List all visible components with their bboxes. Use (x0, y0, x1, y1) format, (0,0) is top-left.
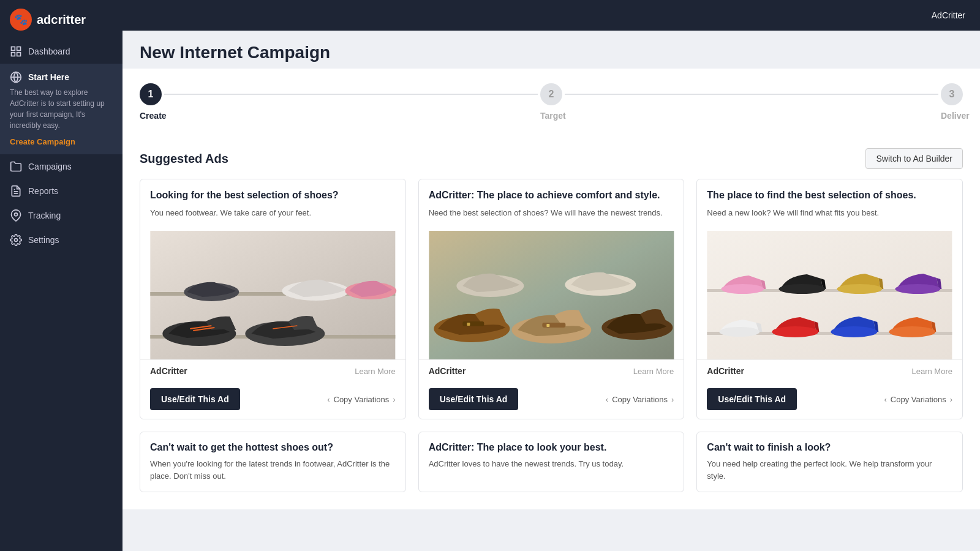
svg-point-36 (831, 326, 878, 337)
topbar-username: AdCritter (932, 10, 965, 20)
step-3-circle: 3 (941, 83, 963, 105)
ad-card-2-brand: AdCritter (429, 366, 466, 376)
ad-card-3-learn-more[interactable]: Learn More (912, 367, 952, 376)
ad-card-2-use-edit-button[interactable]: Use/Edit This Ad (429, 388, 519, 410)
svg-rect-1 (17, 47, 21, 51)
sidebar-item-dashboard[interactable]: Dashboard (0, 39, 123, 64)
create-campaign-link[interactable]: Create Campaign (10, 137, 75, 146)
ads-header: Suggested Ads Switch to Ad Builder (140, 138, 963, 179)
ad-card-1-use-edit-button[interactable]: Use/Edit This Ad (150, 388, 240, 410)
topbar: AdCritter (123, 0, 980, 31)
ad-card-1: Looking for the best selection of shoes?… (140, 179, 406, 419)
ads-grid: Looking for the best selection of shoes?… (140, 179, 963, 419)
svg-rect-31 (707, 231, 952, 359)
sidebar-label-tracking: Tracking (28, 211, 61, 220)
sidebar: 🐾 adcritter Dashboard Start Here The bes… (0, 0, 123, 551)
svg-point-41 (895, 284, 941, 294)
ad-card-3: The place to find the best selection of … (696, 179, 963, 419)
suggested-ads-title: Suggested Ads (140, 152, 228, 166)
partial-ads-grid: Can't wait to get the hottest shoes out?… (140, 432, 963, 492)
partial-ad-1-title: Can't wait to get the hottest shoes out? (150, 442, 396, 453)
ad-card-2-body: AdCritter: The place to achieve comfort … (419, 179, 684, 231)
partial-ad-1-body: Can't wait to get the hottest shoes out?… (140, 432, 405, 492)
ad-card-3-desc: Need a new look? We will find what fits … (707, 207, 952, 219)
partial-ad-2-title: AdCritter: The place to look your best. (429, 442, 674, 453)
ad-card-1-body: Looking for the best selection of shoes?… (140, 179, 405, 231)
map-pin-icon (10, 209, 22, 222)
globe-icon (10, 71, 22, 83)
logo: 🐾 adcritter (0, 0, 123, 39)
partial-ad-2-body: AdCritter: The place to look your best. … (419, 432, 684, 480)
sidebar-label-dashboard: Dashboard (28, 47, 70, 56)
svg-point-38 (722, 284, 764, 294)
ad-card-2-learn-more[interactable]: Learn More (633, 367, 674, 376)
ad-card-2: AdCritter: The place to achieve comfort … (418, 179, 685, 419)
switch-to-ad-builder-button[interactable]: Switch to Ad Builder (865, 148, 963, 169)
folder-icon (10, 160, 22, 173)
chevron-left-icon-2: ‹ (606, 395, 608, 404)
ad-card-3-title: The place to find the best selection of … (707, 189, 952, 202)
chevron-left-icon-1: ‹ (327, 395, 330, 404)
ad-card-2-footer: AdCritter Learn More (419, 359, 684, 382)
logo-icon: 🐾 (10, 9, 32, 31)
svg-rect-27 (546, 324, 549, 327)
sidebar-item-campaigns[interactable]: Campaigns (0, 154, 123, 179)
ad-card-2-actions: Use/Edit This Ad ‹ Copy Variations › (419, 382, 684, 419)
ad-card-3-copy-variations[interactable]: ‹ Copy Variations › (884, 395, 952, 404)
step-3-label: Deliver (941, 111, 970, 121)
svg-rect-3 (17, 53, 21, 56)
grid-icon (10, 45, 22, 58)
steps-labels-row: Create Target Deliver (140, 110, 963, 121)
ad-card-1-learn-more[interactable]: Learn More (355, 367, 395, 376)
svg-point-37 (889, 326, 936, 337)
partial-ad-card-1: Can't wait to get the hottest shoes out?… (140, 432, 406, 492)
chevron-right-icon-1: › (393, 395, 395, 404)
ad-card-2-desc: Need the best selection of shoes? We wil… (429, 207, 674, 219)
page-title: New Internet Campaign (140, 43, 963, 62)
ad-card-3-footer: AdCritter Learn More (697, 359, 962, 382)
step-2-circle: 2 (540, 83, 562, 105)
sidebar-item-start-here[interactable]: Start Here The best way to explore AdCri… (0, 64, 123, 154)
ad-card-1-desc: You need footwear. We take care of your … (150, 207, 396, 219)
file-text-icon (10, 185, 22, 197)
sidebar-label-reports: Reports (28, 186, 58, 196)
steps-container: 1 2 3 Create Target Deliver (123, 69, 980, 138)
sidebar-label-campaigns: Campaigns (28, 162, 72, 171)
svg-rect-23 (462, 321, 484, 326)
svg-point-9 (15, 239, 18, 242)
ad-card-1-copy-variations[interactable]: ‹ Copy Variations › (327, 395, 396, 404)
sidebar-item-settings[interactable]: Settings (0, 228, 123, 252)
sidebar-label-start-here: Start Here (28, 72, 69, 82)
step-1-circle: 1 (140, 83, 162, 105)
chevron-right-icon-2: › (671, 395, 674, 404)
svg-rect-0 (12, 47, 15, 51)
svg-rect-2 (12, 53, 15, 56)
ad-card-3-body: The place to find the best selection of … (697, 179, 962, 231)
partial-ad-2-desc: AdCritter loves to have the newest trend… (429, 458, 674, 470)
main-content: AdCritter New Internet Campaign 1 2 3 Cr… (123, 0, 980, 551)
ad-card-3-use-edit-button[interactable]: Use/Edit This Ad (707, 388, 797, 410)
partial-ad-3-desc: You need help creating the perfect look.… (707, 458, 952, 482)
step-line-2-3 (565, 94, 938, 95)
ad-card-2-title: AdCritter: The place to achieve comfort … (429, 189, 674, 202)
ad-card-2-copy-variations[interactable]: ‹ Copy Variations › (606, 395, 674, 404)
ad-card-1-footer: AdCritter Learn More (140, 359, 405, 382)
chevron-right-icon-3: › (950, 395, 952, 404)
partial-ad-3-body: Can't wait to finish a look? You need he… (697, 432, 962, 492)
partial-ad-3-title: Can't wait to finish a look? (707, 442, 952, 453)
sidebar-item-tracking[interactable]: Tracking (0, 203, 123, 228)
ad-card-1-image (140, 231, 405, 359)
page-header: New Internet Campaign (123, 31, 980, 69)
step-line-1-2 (164, 94, 538, 95)
svg-point-40 (837, 284, 883, 294)
ad-card-3-image (697, 231, 962, 359)
ad-card-3-brand: AdCritter (707, 366, 744, 376)
step-2-label: Target (540, 111, 566, 121)
step-1-label: Create (140, 111, 167, 121)
chevron-left-icon-3: ‹ (884, 395, 886, 404)
partial-ad-card-2: AdCritter: The place to look your best. … (418, 432, 685, 492)
partial-ad-1-desc: When you're looking for the latest trend… (150, 458, 396, 482)
sidebar-item-reports[interactable]: Reports (0, 179, 123, 203)
sidebar-label-settings: Settings (28, 235, 59, 245)
logo-text: adcritter (37, 13, 86, 27)
